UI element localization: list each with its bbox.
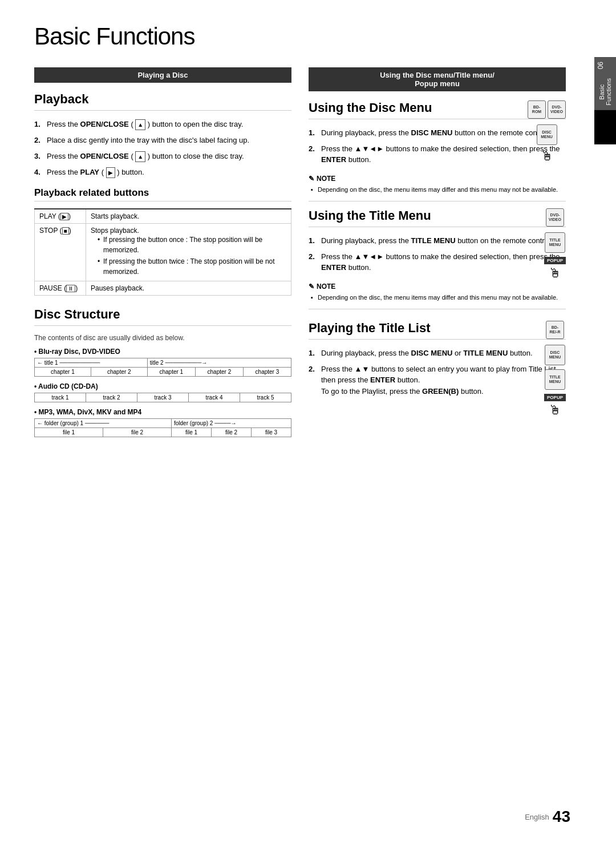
bluray-label: • Blu-ray Disc, DVD-VIDEO: [34, 348, 291, 356]
title-menu-section: DVD-VIDEO TITLEMENU POPUP 🖱 Using the Ti…: [309, 208, 566, 302]
playback-section: Playback 1. Press the OPEN/CLOSE ( ▲ ) b…: [34, 92, 291, 178]
title-list-steps: 1. During playback, press the DISC MENU …: [309, 348, 566, 397]
disc-menu-step-2-num: 2.: [309, 143, 319, 166]
title-menu-step-1: 1. During playback, press the TITLE MENU…: [309, 235, 566, 247]
chapter2-2: chapter 2: [195, 367, 243, 376]
side-tab-number: 06: [594, 57, 616, 74]
playing-disc-header: Playing a Disc: [34, 67, 291, 83]
folder2-cell: folder (group) 2 ────→: [172, 418, 291, 427]
page-title: Basic Functions: [34, 23, 566, 50]
playback-table: PLAY (▶) Starts playback. STOP (■) Stops…: [34, 208, 291, 296]
disc-menu-section: BD-ROM DVD-VIDEO DISCMENU 🖱 Using the Di…: [309, 100, 566, 194]
title-list-step-2: 2. Press the ▲▼ buttons to select an ent…: [309, 364, 566, 397]
pause-button-desc: Pauses playback.: [86, 281, 291, 295]
side-tab-black: [594, 110, 616, 144]
title-list-section: BD-RE/-R DISCMENU TITLEMENU POPUP 🖱 Play…: [309, 321, 566, 397]
step-3-text: Press the OPEN/CLOSE ( ▲ ) button to clo…: [47, 151, 291, 162]
dvd-video-icon-2: DVD-VIDEO: [546, 208, 564, 227]
pause-button-label: PAUSE (⏸): [35, 281, 86, 295]
play-button-desc: Starts playback.: [86, 209, 291, 224]
track4: track 4: [189, 393, 240, 402]
stop-button-desc: Stops playback. If pressing the button o…: [86, 223, 291, 281]
title-menu-note-text: Depending on the disc, the menu items ma…: [309, 293, 566, 302]
title-menu-step-2: 2. Press the ▲▼◄► buttons to make the de…: [309, 251, 566, 273]
bluray-title-row: ← title 1 ────────── title 2 ─────────→: [35, 358, 291, 367]
mp3-file-row: file 1 file 2 file 1 file 2 file 3: [35, 427, 291, 437]
playback-buttons-title: Playback related buttons: [34, 187, 291, 201]
file2-3: file 3: [251, 427, 291, 437]
page-footer: English 43: [525, 808, 570, 826]
step-4: 4. Press the PLAY ( ▶ ) button.: [34, 167, 291, 178]
stop-desc-1: If pressing the button once : The stop p…: [98, 235, 286, 255]
disc-menu-note-text: Depending on the disc, the menu items ma…: [309, 185, 566, 195]
file1-1: file 1: [35, 427, 103, 437]
title1-cell: ← title 1 ──────────: [35, 358, 148, 367]
playback-title: Playback: [34, 92, 291, 111]
step-1: 1. Press the OPEN/CLOSE ( ▲ ) button to …: [34, 119, 291, 130]
title-list-icons: BD-RE/-R DISCMENU TITLEMENU POPUP 🖱: [544, 321, 566, 418]
popup-label-list: POPUP: [544, 394, 566, 401]
disc-menu-step-1-num: 1.: [309, 127, 319, 139]
title-menu-step-2-text: Press the ▲▼◄► buttons to make the desir…: [321, 251, 566, 273]
side-tab-text: Basic Functions: [594, 74, 616, 110]
title-menu-step-1-num: 1.: [309, 235, 319, 247]
bluray-structure-table: ← title 1 ────────── title 2 ─────────→ …: [34, 358, 291, 377]
footer-page-number: 43: [553, 808, 570, 826]
disc-menu-btn-icon: DISCMENU: [537, 124, 557, 145]
disc-menu-btn-icon-2: DISCMENU: [545, 345, 565, 365]
stop-desc-2: If pressing the button twice : The stop …: [98, 256, 286, 277]
chapter1-2: chapter 2: [91, 367, 147, 376]
table-row-play: PLAY (▶) Starts playback.: [35, 209, 291, 224]
file2-2: file 2: [211, 427, 251, 437]
disc-menu-note: ✎ NOTE Depending on the disc, the menu i…: [309, 175, 566, 195]
main-content: Basic Functions Playing a Disc Playback …: [0, 0, 594, 843]
step-1-text: Press the OPEN/CLOSE ( ▲ ) button to ope…: [47, 119, 291, 130]
title-menu-btn-icon-2: TITLEMENU: [545, 369, 565, 390]
note-pencil-icon: ✎: [309, 175, 314, 183]
title-menu-btn-icon: TITLEMENU: [545, 232, 565, 253]
file2-1: file 1: [172, 427, 212, 437]
stop-button-label: STOP (■): [35, 223, 86, 281]
audiocd-structure-table: track 1 track 2 track 3 track 4 track 5: [34, 393, 291, 402]
title-list-step-1-text: During playback, press the DISC MENU or …: [321, 348, 566, 359]
step-4-text: Press the PLAY ( ▶ ) button.: [47, 167, 291, 178]
title-list-step-2-num: 2.: [309, 364, 319, 397]
track1: track 1: [35, 393, 86, 402]
title-menu-step-1-text: During playback, press the TITLE MENU bu…: [321, 235, 566, 247]
table-row-pause: PAUSE (⏸) Pauses playback.: [35, 281, 291, 295]
disc-structure-intro: The contents of disc are usually divided…: [34, 334, 291, 342]
mp3-structure-table: ← folder (group) 1 ────── folder (group)…: [34, 418, 291, 437]
title-menu-title: Using the Title Menu: [309, 208, 566, 227]
right-column-header: Using the Disc menu/Title menu/ Popup me…: [309, 67, 566, 91]
step-2: 2. Place a disc gently into the tray wit…: [34, 135, 291, 146]
disc-menu-note-title: ✎ NOTE: [309, 175, 566, 183]
folder1-cell: ← folder (group) 1 ──────: [35, 418, 172, 427]
chapter1-1: chapter 1: [35, 367, 91, 376]
play-button-label: PLAY (▶): [35, 209, 86, 224]
hand-icon-title: 🖱: [549, 266, 561, 281]
title-menu-icons: DVD-VIDEO TITLEMENU POPUP 🖱: [544, 208, 566, 281]
step-1-num: 1.: [34, 119, 44, 130]
bd-re-r-icon: BD-RE/-R: [546, 321, 564, 339]
title-menu-note-title: ✎ NOTE: [309, 283, 566, 291]
title-list-title: Playing the Title List: [309, 321, 566, 340]
mp3-folder-row: ← folder (group) 1 ────── folder (group)…: [35, 418, 291, 427]
title2-cell: title 2 ─────────→: [147, 358, 291, 367]
title-menu-note: ✎ NOTE Depending on the disc, the menu i…: [309, 283, 566, 302]
step-3-num: 3.: [34, 151, 44, 162]
title-menu-steps: 1. During playback, press the TITLE MENU…: [309, 235, 566, 273]
track5: track 5: [240, 393, 291, 402]
step-2-num: 2.: [34, 135, 44, 146]
title-list-step-1-num: 1.: [309, 348, 319, 359]
disc-menu-icons: BD-ROM DVD-VIDEO DISCMENU 🖱: [528, 100, 566, 164]
hand-icon-list: 🖱: [549, 403, 561, 418]
audiocd-label: • Audio CD (CD-DA): [34, 382, 291, 390]
note-pencil-icon-2: ✎: [309, 283, 314, 291]
side-tab: 06 Basic Functions: [594, 57, 616, 144]
dvd-video-icon: DVD-VIDEO: [548, 100, 566, 119]
track2: track 2: [86, 393, 137, 402]
popup-label-title: POPUP: [544, 257, 566, 264]
disc-structure-title: Disc Structure: [34, 307, 291, 326]
footer-language: English: [525, 813, 549, 821]
step-3: 3. Press the OPEN/CLOSE ( ▲ ) button to …: [34, 151, 291, 162]
